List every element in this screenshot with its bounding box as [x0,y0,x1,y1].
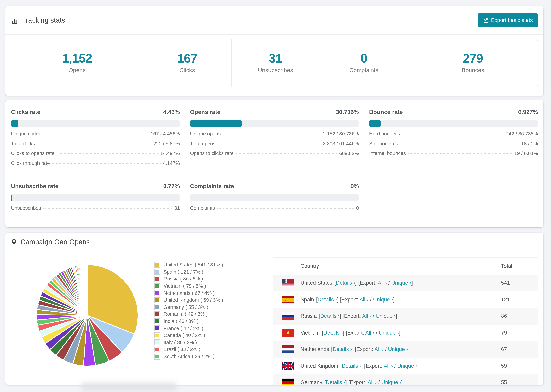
export-all-link[interactable]: All › [384,363,393,369]
rate-section-header: Complaints rate0% [190,183,359,190]
country-name: Vietnam [300,330,320,336]
rate-section-bounce-rate: Bounce rate6.927%Hard bounces242 / 86.73… [369,109,538,170]
export-all-link[interactable]: All › [368,379,377,385]
legend-item-united-kingdom[interactable]: United Kingdom ( 59 / 3% ) [155,297,223,304]
bracket: ] [408,346,410,352]
leader-dots [218,143,320,144]
export-basic-stats-button[interactable]: Export basic stats [478,13,538,27]
leader-dots [43,208,172,209]
export-unique-link[interactable]: Unique › [391,280,411,286]
legend-item-italy[interactable]: Italy ( 36 / 2% ) [155,339,223,346]
country-links: [Details ›] [Export: All › / Unique ›] [325,379,403,385]
leader-dots [52,163,161,164]
legend-item-india[interactable]: India ( 46 / 3% ) [155,318,223,325]
export-unique-link[interactable]: Unique › [379,330,399,336]
legend-label: Italy ( 36 / 2% ) [164,340,197,345]
leader-dots [401,143,519,144]
details-link[interactable]: Details › [323,330,343,336]
rate-value: 6.927% [518,109,538,116]
legend-swatch [155,354,160,359]
details-link[interactable]: Details › [318,297,337,302]
stat-box-complaints: 0Complaints [319,39,408,87]
export-all-link[interactable]: All › [374,346,383,352]
legend-item-united-states[interactable]: United States ( 541 / 31% ) [155,261,223,268]
leader-dots [408,153,512,154]
legend-item-russia[interactable]: Russia ( 86 / 5% ) [155,275,223,282]
legend-item-vietnam[interactable]: Vietnam ( 79 / 5% ) [155,283,223,290]
export-all-link[interactable]: All › [360,297,369,302]
rate-progress-track [11,194,180,201]
legend-label: Brazil ( 33 / 2% ) [164,347,200,352]
export-all-link[interactable]: All › [378,280,387,286]
export-unique-link[interactable]: Unique › [388,346,408,352]
export-label: ] [Export: [352,346,374,352]
stat-box-unsubscribes: 31Unsubscribes [231,39,319,87]
country-total: 79 [501,330,538,336]
legend-item-germany[interactable]: Germany ( 55 / 3% ) [155,304,223,311]
flag-de-icon [282,379,294,385]
details-link[interactable]: Details › [333,346,352,352]
legend-swatch [155,290,160,295]
legend-item-brazil[interactable]: Brazil ( 33 / 2% ) [155,346,223,353]
rate-row-value: 2,303 / 61.446% [323,141,359,146]
scroll-smudge [81,382,177,391]
geo-header: Campaign Geo Opens [6,233,544,252]
rate-progress-fill [190,120,242,127]
leader-dots [37,143,151,144]
slash: / [377,379,381,385]
legend-item-netherlands[interactable]: Netherlands ( 67 / 4% ) [155,290,223,297]
rate-row: Hard bounces242 / 86.738% [369,131,538,141]
rate-progress-fill [11,120,19,127]
details-link[interactable]: Details › [320,313,340,319]
flag-gb-icon [282,362,294,370]
rate-rows: Hard bounces242 / 86.738%Soft bounces18 … [369,131,538,160]
export-unique-link[interactable]: Unique › [397,363,417,369]
rate-row-label: Unique opens [190,131,221,136]
rate-value: 4.46% [163,109,180,116]
rate-section-header: Opens rate30.736% [190,109,359,116]
table-row-de: Germany[Details ›] [Export: All › / Uniq… [273,374,538,385]
rate-row: Unsubscribes31 [11,205,180,215]
rate-row-value: 167 / 4.456% [151,131,180,136]
legend-item-france[interactable]: France ( 42 / 2% ) [155,325,223,332]
rate-progress-fill [369,120,381,127]
export-all-link[interactable]: All › [365,330,374,336]
country-name: United Kingdom [300,363,338,369]
legend-item-canada[interactable]: Canada ( 40 / 2% ) [155,332,223,339]
rate-row-label: Hard bounces [369,131,400,136]
export-all-link[interactable]: All › [362,313,371,319]
legend-swatch [155,333,160,338]
details-link[interactable]: Details › [336,280,355,286]
legend-swatch [155,340,160,345]
flag-nl-icon [282,346,294,353]
country-links: [Details ›] [Export: All › / Unique ›] [331,346,410,352]
legend-item-spain[interactable]: Spain ( 121 / 7% ) [155,268,223,275]
rate-title: Clicks rate [11,109,40,116]
legend-item-romania[interactable]: Romania ( 49 / 3% ) [155,311,223,318]
export-label: ] [Export: [343,330,365,336]
details-link[interactable]: Details › [326,379,345,385]
country-name: Germany [300,379,322,385]
legend-item-south-africa[interactable]: South Africa ( 29 / 2% ) [155,353,223,360]
rate-row: Internal bounces19 / 6.81% [369,151,538,160]
export-label: ] [Export: [355,280,378,286]
details-link[interactable]: Details › [342,363,361,369]
country-total: 59 [501,363,538,369]
legend-label: India ( 46 / 3% ) [164,318,199,324]
stat-label: Unsubscribes [258,67,293,74]
export-unique-link[interactable]: Unique › [381,379,401,385]
bracket: [ [322,330,323,336]
country-total: 541 [501,280,538,286]
rate-progress-track [369,120,538,127]
legend-swatch [155,262,160,267]
rate-row: Total opens2,303 / 61.446% [190,141,359,151]
pie-legend: United States ( 541 / 31% )Spain ( 121 /… [155,261,223,360]
legend-swatch [155,326,160,331]
rate-row-label: Opens to clicks rate [190,151,234,156]
column-header-total: Total [501,263,538,269]
export-unique-link[interactable]: Unique › [376,313,396,319]
geo-opens-pie-chart [34,262,141,369]
table-row-us: United States[Details ›] [Export: All › … [273,275,538,291]
leader-dots [236,153,337,154]
export-unique-link[interactable]: Unique › [373,297,393,302]
